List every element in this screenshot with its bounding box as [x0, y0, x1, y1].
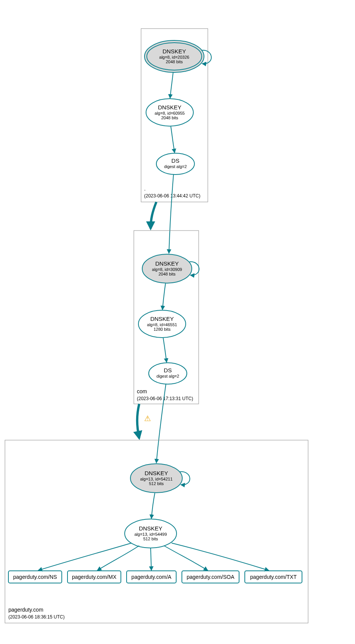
edge-com-ksk-zsk	[162, 284, 165, 310]
pd-ksk-line2: alg=13, id=54211	[140, 477, 172, 481]
zone-com: DNSKEY alg=8, id=30909 2048 bits DNSKEY …	[134, 231, 199, 404]
edge-com-to-pd-delegation	[137, 404, 139, 438]
root-zsk-line2: alg=8, id=60955	[155, 111, 185, 115]
svg-point-6	[149, 363, 187, 384]
pd-record-soa: pagerduty.com/SOA	[182, 571, 239, 583]
edge-root-to-com-delegation	[151, 202, 156, 229]
zone-com-label: com	[137, 388, 147, 394]
root-ds-title: DS	[172, 157, 180, 164]
root-ksk-line2: alg=8, id=20326	[159, 55, 190, 59]
root-ksk-line3: 2048 bits	[166, 59, 183, 64]
pd-zsk-line3: 512 bits	[143, 537, 158, 541]
zone-pagerduty: DNSKEY alg=13, id=54211 512 bits DNSKEY …	[5, 440, 308, 623]
zone-com-ts: (2023-06-06 17:13:31 UTC)	[137, 396, 193, 401]
edge-pd-zsk-soa	[164, 546, 208, 570]
root-ksk-node: DNSKEY alg=8, id=20326 2048 bits	[145, 40, 204, 72]
com-ds-node: DS digest alg=2	[149, 363, 187, 384]
edge-pd-zsk-txt	[172, 543, 269, 570]
zone-root: DNSKEY alg=8, id=20326 2048 bits DNSKEY …	[141, 29, 211, 202]
edge-root-zsk-ds	[171, 127, 175, 153]
com-zsk-node: DNSKEY alg=8, id=46551 1280 bits	[138, 310, 186, 338]
com-zsk-line3: 1280 bits	[154, 327, 171, 332]
zone-root-label: .	[144, 186, 146, 192]
root-zsk-node: DNSKEY alg=8, id=60955 2048 bits	[146, 99, 193, 126]
dnssec-diagram: DNSKEY alg=8, id=20326 2048 bits DNSKEY …	[0, 0, 355, 644]
com-ksk-title: DNSKEY	[155, 260, 179, 267]
pd-record-txt: pagerduty.com/TXT	[245, 571, 302, 583]
pd-zsk-title: DNSKEY	[139, 525, 162, 532]
pd-txt-label: pagerduty.com/TXT	[250, 574, 297, 580]
edge-com-zsk-ds	[163, 338, 167, 362]
pd-a-label: pagerduty.com/A	[132, 574, 172, 580]
edge-pd-zsk-a	[151, 548, 151, 570]
edge-root-ds-to-com-ksk	[169, 175, 173, 253]
svg-point-3	[156, 153, 194, 175]
com-ksk-line3: 2048 bits	[159, 272, 176, 276]
com-ds-line2: digest alg=2	[156, 374, 179, 378]
com-zsk-title: DNSKEY	[150, 316, 174, 322]
com-ds-title: DS	[164, 367, 172, 373]
pd-zsk-line2: alg=13, id=54499	[134, 532, 167, 537]
edge-pd-zsk-mx	[97, 546, 139, 570]
com-ksk-node: DNSKEY alg=8, id=30909 2048 bits	[142, 254, 192, 283]
edge-root-ksk-zsk	[170, 72, 173, 98]
root-zsk-title: DNSKEY	[158, 104, 182, 111]
warning-icon: ⚠	[144, 414, 151, 423]
root-ds-node: DS digest alg=2	[156, 153, 194, 175]
pd-ksk-node: DNSKEY alg=13, id=54211 512 bits	[130, 464, 182, 493]
zone-pd-ts: (2023-06-06 18:36:15 UTC)	[8, 614, 64, 620]
pd-record-mx: pagerduty.com/MX	[67, 571, 121, 583]
edge-pd-zsk-ns	[38, 543, 132, 570]
edge-pd-ksk-zsk	[151, 493, 155, 519]
zone-pd-label: pagerduty.com	[8, 607, 43, 613]
root-zsk-line3: 2048 bits	[161, 115, 178, 120]
pd-record-a: pagerduty.com/A	[127, 571, 176, 583]
pd-record-ns: pagerduty.com/NS	[8, 571, 62, 583]
pd-mx-label: pagerduty.com/MX	[72, 574, 117, 580]
com-ksk-line2: alg=8, id=30909	[152, 267, 182, 272]
pd-ksk-line3: 512 bits	[149, 481, 164, 486]
pd-ns-label: pagerduty.com/NS	[13, 574, 57, 580]
pd-ksk-title: DNSKEY	[145, 470, 168, 476]
root-ds-line2: digest alg=2	[164, 164, 187, 169]
pd-soa-label: pagerduty.com/SOA	[186, 574, 235, 580]
root-ksk-title: DNSKEY	[162, 48, 186, 54]
com-zsk-line2: alg=8, id=46551	[147, 322, 177, 327]
pd-zsk-node: DNSKEY alg=13, id=54499 512 bits	[125, 519, 177, 548]
